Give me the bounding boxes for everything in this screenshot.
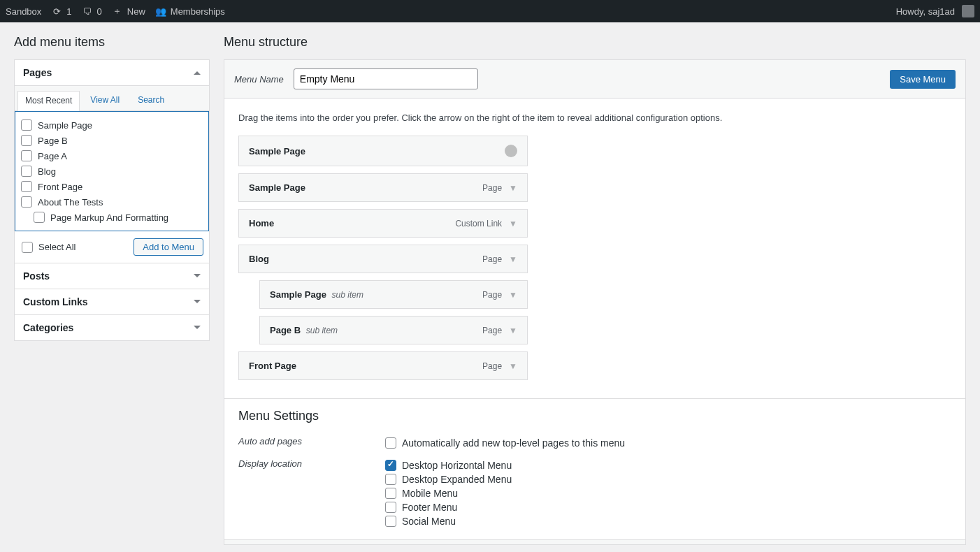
- location-row[interactable]: Social Menu: [385, 514, 951, 528]
- accordion-pages-label: Pages: [23, 67, 52, 78]
- menu-item-title: Blog: [249, 254, 269, 264]
- chevron-down-icon[interactable]: ▼: [509, 219, 517, 228]
- accordion-categories-label: Categories: [23, 322, 73, 333]
- menu-item-type: Page: [482, 326, 502, 335]
- page-checkbox-row[interactable]: About The Tests: [20, 194, 204, 210]
- accordion-categories-header[interactable]: Categories: [15, 314, 209, 340]
- memberships-link[interactable]: 👥Memberships: [155, 6, 225, 17]
- menu-name-input[interactable]: [294, 68, 478, 89]
- accordion-posts-header[interactable]: Posts: [15, 263, 209, 289]
- auto-add-option-row[interactable]: Automatically add new top-level pages to…: [385, 436, 951, 450]
- menu-item-meta: [505, 145, 517, 157]
- location-checkbox[interactable]: [385, 516, 396, 527]
- select-all-row[interactable]: Select All: [20, 240, 77, 255]
- tab-most-recent[interactable]: Most Recent: [17, 91, 80, 111]
- chevron-down-icon[interactable]: ▼: [509, 183, 517, 193]
- page-checkbox-row[interactable]: Sample Page: [20, 117, 204, 133]
- menu-item[interactable]: Page B sub itemPage▼: [259, 316, 528, 344]
- menu-item-type: Custom Link: [455, 219, 502, 228]
- page-checkbox-row[interactable]: Page A: [20, 148, 204, 164]
- tab-view-all[interactable]: View All: [82, 90, 127, 110]
- group-icon: 👥: [155, 6, 166, 17]
- location-checkbox[interactable]: [385, 502, 396, 513]
- location-label: Footer Menu: [402, 502, 457, 513]
- refresh-icon: ⟳: [51, 6, 62, 17]
- menu-item-meta: Page▼: [482, 361, 517, 371]
- accordion-custom-links-header[interactable]: Custom Links: [15, 289, 209, 314]
- menu-item-type: Page: [482, 361, 502, 371]
- menu-item-title: Page B sub item: [270, 325, 338, 335]
- page-checkbox-row[interactable]: Blog: [20, 164, 204, 179]
- plus-icon: ＋: [112, 6, 123, 17]
- comment-icon: 🗨: [82, 6, 93, 17]
- menu-item-title: Front Page: [249, 361, 296, 371]
- menu-item-title: Home: [249, 218, 274, 228]
- add-items-accordion: Pages Most Recent View All Search Sample…: [14, 59, 210, 341]
- add-menu-items-heading: Add menu items: [14, 35, 210, 50]
- site-link[interactable]: Sandbox: [6, 6, 41, 17]
- location-checkbox[interactable]: [385, 474, 396, 485]
- location-row[interactable]: Mobile Menu: [385, 486, 951, 500]
- menu-item[interactable]: Front PagePage▼: [238, 351, 528, 380]
- location-label: Desktop Expanded Menu: [402, 474, 512, 485]
- page-checkbox[interactable]: [21, 196, 32, 208]
- menu-item-meta: Page▼: [482, 254, 517, 264]
- updates-link[interactable]: ⟳1: [51, 6, 71, 17]
- menu-item[interactable]: BlogPage▼: [238, 245, 528, 273]
- chevron-down-icon[interactable]: ▼: [509, 254, 517, 264]
- page-checkbox-label: Page B: [38, 136, 68, 146]
- admin-toolbar-right: Howdy, saj1ad: [896, 5, 974, 17]
- menu-editor-body: Drag the items into the order you prefer…: [224, 99, 965, 380]
- page-checkbox-row[interactable]: Front Page: [20, 179, 204, 194]
- tab-search[interactable]: Search: [130, 90, 172, 110]
- menu-item[interactable]: HomeCustom Link▼: [238, 209, 528, 238]
- chevron-down-icon[interactable]: ▼: [509, 326, 517, 335]
- page-checkbox-row[interactable]: Page Markup And Formatting: [20, 210, 204, 225]
- display-locations-list: Desktop Horizontal MenuDesktop Expanded …: [385, 458, 951, 528]
- display-location-row: Display location Desktop Horizontal Menu…: [238, 454, 951, 532]
- location-row[interactable]: Desktop Horizontal Menu: [385, 458, 951, 472]
- accordion-posts-label: Posts: [23, 270, 50, 282]
- avatar[interactable]: [962, 5, 974, 17]
- page-checkbox[interactable]: [21, 135, 32, 146]
- location-label: Desktop Horizontal Menu: [402, 460, 512, 471]
- menu-settings: Menu Settings Auto add pages Automatical…: [224, 398, 965, 539]
- comments-link[interactable]: 🗨0: [82, 6, 102, 17]
- select-all-checkbox[interactable]: [22, 242, 33, 253]
- location-checkbox[interactable]: [385, 460, 396, 471]
- new-link[interactable]: ＋New: [112, 6, 145, 17]
- auto-add-checkbox[interactable]: [385, 437, 396, 449]
- page-checkbox[interactable]: [21, 150, 32, 161]
- menu-item[interactable]: Sample Page: [238, 136, 528, 166]
- howdy-link[interactable]: Howdy, saj1ad: [896, 6, 955, 17]
- menu-item-title: Sample Page sub item: [270, 289, 363, 300]
- caret-down-icon: [194, 274, 201, 281]
- page-checkbox-label: Page A: [38, 151, 67, 161]
- accordion-pages-header[interactable]: Pages: [15, 60, 209, 85]
- location-row[interactable]: Footer Menu: [385, 500, 951, 514]
- pages-footer: Select All Add to Menu: [15, 231, 209, 263]
- accordion-custom-links-label: Custom Links: [23, 296, 88, 307]
- chevron-down-icon[interactable]: ▼: [509, 361, 517, 371]
- page-checkbox[interactable]: [21, 119, 32, 131]
- menu-item-meta: Custom Link▼: [455, 219, 517, 228]
- caret-down-icon: [194, 326, 201, 333]
- page-checkbox[interactable]: [34, 212, 45, 223]
- menu-item-type: Page: [482, 254, 502, 264]
- page-checkbox[interactable]: [21, 181, 32, 192]
- page-checkbox[interactable]: [21, 166, 32, 177]
- chevron-down-icon[interactable]: ▼: [509, 290, 517, 300]
- add-to-menu-button[interactable]: Add to Menu: [134, 238, 203, 256]
- save-menu-button[interactable]: Save Menu: [890, 70, 956, 89]
- menu-item[interactable]: Sample PagePage▼: [238, 173, 528, 202]
- menu-item-type: Page: [482, 183, 502, 193]
- menu-items-list: Sample PageSample PagePage▼HomeCustom Li…: [238, 136, 528, 380]
- drag-instructions: Drag the items into the order you prefer…: [238, 112, 951, 123]
- menu-item[interactable]: Sample Page sub itemPage▼: [259, 280, 528, 309]
- pages-checklist[interactable]: Sample PagePage BPage ABlogFront PageAbo…: [15, 111, 209, 231]
- location-row[interactable]: Desktop Expanded Menu: [385, 472, 951, 486]
- page-checkbox-row[interactable]: Page B: [20, 133, 204, 148]
- location-checkbox[interactable]: [385, 488, 396, 499]
- sub-item-label: sub item: [332, 290, 363, 300]
- spinner-icon: [505, 145, 517, 157]
